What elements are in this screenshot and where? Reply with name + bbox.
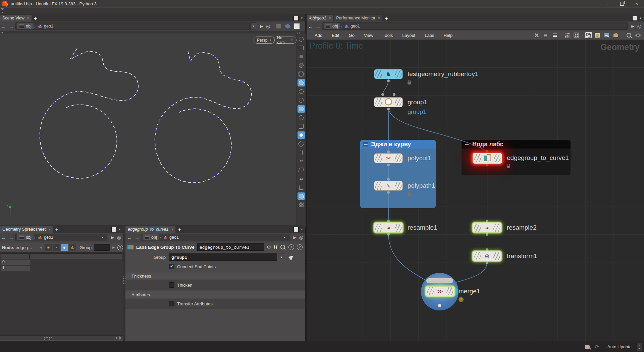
group-parm-input[interactable]: group1 [169,253,277,261]
select-objects-icon[interactable] [298,44,305,52]
list-view-icon[interactable] [551,32,558,38]
column-header-index[interactable] [1,253,30,259]
texture-icon[interactable] [298,201,305,209]
tab-obj-geo1[interactable]: /obj/geo1 × [307,15,333,21]
group-filter-input[interactable] [94,244,111,251]
forward-icon[interactable]: → [9,235,14,240]
path-geo1-chip[interactable]: geo1 [162,234,181,240]
info-icon[interactable]: i [288,244,294,250]
column-header-values[interactable] [30,253,122,259]
grid-layout-icon[interactable] [573,32,580,38]
network-canvas[interactable]: Profile 0: Time Geometry — Эджи в курву … [307,40,644,341]
scroll-right-icon[interactable] [119,336,122,340]
parameters-path-field[interactable]: obj › geo1 ▼ [141,234,289,241]
close-button[interactable]: × [629,0,644,7]
color-palette-icon[interactable] [564,32,571,38]
attributes-section-header[interactable]: Attributes [125,291,305,298]
path-dropdown-icon[interactable]: ▼ [101,236,104,239]
follow-target-icon[interactable]: ◎ [266,23,270,29]
spin-up-icon[interactable]: ▲ [638,344,640,347]
lock-icon[interactable] [298,53,305,60]
delete-icon[interactable] [298,62,305,69]
pane-maximize-icon[interactable] [111,227,116,232]
new-tab-button[interactable]: + [383,15,390,21]
back-icon[interactable]: ← [1,235,6,240]
background-image-icon[interactable] [603,32,610,38]
new-tab-button[interactable]: + [32,15,39,21]
warning-badge[interactable]: ! [459,297,464,302]
tools-icon[interactable] [533,32,540,38]
primitives-mode-icon[interactable]: ◆ [61,244,68,251]
visibility-eye-icon[interactable] [635,32,641,38]
pin-icon[interactable]: -▶| [260,24,263,28]
path-geo1-chip[interactable]: geo1 [36,234,55,240]
path-dropdown-button[interactable]: ▼ [250,22,256,30]
path-dropdown-icon[interactable]: ▼ [283,236,286,239]
node-resample2[interactable]: ≈ [473,223,501,233]
stamp-icon[interactable] [298,166,305,174]
node-merge1[interactable]: ≫ [426,286,454,296]
detail-mode-icon[interactable] [69,244,76,251]
search-icon[interactable] [626,32,632,38]
pane-maximize-icon[interactable] [293,16,299,21]
pane-maximize-icon[interactable] [632,16,637,21]
forward-icon[interactable]: → [9,23,14,29]
update-mode-label[interactable]: Auto Update [607,344,632,349]
point-numbers-icon[interactable]: 12 [298,158,305,165]
pane-stow-vertical[interactable] [123,225,125,341]
path-obj-chip[interactable]: obj [324,23,340,29]
tab-close-icon[interactable]: × [171,228,173,231]
help-icon[interactable]: ? [297,244,303,250]
spin-down-icon[interactable]: ▼ [638,347,640,350]
tab-performance-monitor[interactable]: Performance Monitor × [334,15,382,21]
forward-icon[interactable]: → [316,23,321,29]
prim-numbers-icon[interactable]: 12 [298,175,305,182]
apply-arrow-icon[interactable]: ▶ [112,246,115,249]
node-polycut1[interactable]: ✂ [374,153,403,163]
sticky-note-icon[interactable] [594,32,601,38]
camera-select-button[interactable]: No cam ▼ [274,37,297,44]
pin-tool-icon[interactable] [298,149,305,156]
path-obj-chip[interactable]: obj [17,23,34,29]
pane-maximize-icon[interactable] [293,227,299,232]
pane-menu-icon[interactable]: ▼ [118,228,121,231]
headlight-icon[interactable] [298,97,305,104]
add-light-icon[interactable] [298,88,305,95]
houdini-help-icon[interactable]: H [274,244,277,250]
menu-go[interactable]: Go [344,33,359,38]
network-boxes-icon[interactable] [585,32,592,38]
scroll-grip[interactable] [44,337,52,340]
points-mode-icon[interactable]: ✳ [45,244,52,251]
path-geo1-chip[interactable]: geo1 [343,23,362,29]
tab-edgegroup-to-curve1[interactable]: edgegroup_to_curve1 × [125,226,175,233]
spreadsheet-hscrollbar[interactable] [0,335,123,340]
node-field-value[interactable]: edgeg… [16,245,32,250]
isolate-eye-icon[interactable] [298,123,305,130]
pin-icon[interactable]: -▶| [111,235,114,240]
forward-icon[interactable]: → [135,235,140,240]
select-group-arrow-icon[interactable] [288,254,295,260]
snap-cube-icon[interactable] [276,24,281,29]
follow-target-icon[interactable]: ◎ [117,235,121,240]
menu-tools[interactable]: Tools [378,33,397,38]
tab-geometry-spreadsheet[interactable]: Geometry Spreadsheet × [0,226,53,233]
node-name-input[interactable]: edgegroup_to_curve1 [197,243,264,251]
vertices-mode-icon[interactable]: • [53,244,60,251]
restore-button[interactable] [614,0,629,7]
tab-close-icon[interactable]: × [378,16,380,20]
pin-icon[interactable]: -▶| [631,24,634,28]
follow-target-icon[interactable]: ◎ [637,23,641,29]
thicken-checkbox[interactable] [169,282,174,288]
menu-layout[interactable]: Layout [397,33,420,38]
minimize-button[interactable]: – [600,0,614,7]
new-tab-button[interactable]: + [176,226,183,233]
help-icon[interactable]: ? [117,245,123,250]
recook-icon[interactable]: ⟳ [595,344,599,350]
node-resample1[interactable]: ≈ [374,223,403,233]
menu-add[interactable]: Add [310,33,327,38]
menu-view[interactable]: View [359,33,378,38]
scene-path-field[interactable]: obj › geo1 [15,22,250,30]
pane-menu-icon[interactable]: ▼ [639,17,642,20]
cook-brain-icon[interactable] [585,345,590,349]
group-dropdown-button[interactable]: ▼ [278,253,285,261]
